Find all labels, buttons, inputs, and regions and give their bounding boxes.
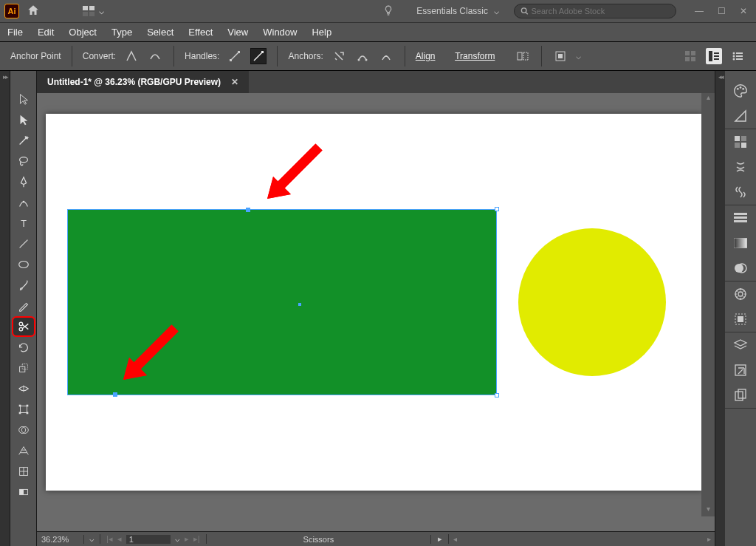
appearance-panel-icon[interactable] (730, 284, 751, 304)
magic-wand-tool[interactable] (13, 132, 34, 149)
color-panel-icon[interactable] (730, 81, 751, 100)
right-panel-toggle[interactable]: ◂◂ (715, 71, 725, 546)
artboard[interactable] (46, 114, 703, 491)
right-panels (725, 71, 756, 546)
grid-view-icon[interactable] (682, 48, 698, 64)
home-icon[interactable] (27, 4, 40, 19)
menu-select[interactable]: Select (147, 27, 173, 38)
line-tool[interactable] (13, 235, 34, 253)
green-rectangle-shape[interactable] (68, 210, 496, 395)
type-tool[interactable]: T (13, 214, 34, 232)
svg-rect-0 (83, 6, 88, 10)
chevron-down-icon[interactable]: ⌵ (576, 51, 581, 61)
swatches-panel-icon[interactable] (730, 132, 751, 151)
lasso-tool[interactable] (13, 152, 34, 170)
remove-anchor-icon[interactable] (331, 48, 347, 64)
scroll-right-icon[interactable]: ▸ (703, 535, 715, 543)
cut-path-icon[interactable] (378, 48, 394, 64)
menu-help[interactable]: Help (312, 27, 331, 38)
svg-rect-40 (26, 405, 28, 407)
first-page-icon[interactable]: |◂ (106, 534, 113, 544)
transform-panel-link[interactable]: Transform (455, 51, 495, 61)
status-menu-icon[interactable]: ▸ (431, 534, 449, 544)
workspace-switcher[interactable]: Essentials Classic ⌵ (416, 6, 499, 16)
gradient-tool[interactable] (13, 483, 34, 501)
arrange-documents-button[interactable]: ⌵ (77, 4, 110, 18)
svg-point-22 (733, 52, 735, 55)
page-dropdown-icon[interactable]: ⌵ (175, 534, 180, 544)
scroll-left-icon[interactable]: ◂ (449, 535, 461, 543)
artboards-panel-icon[interactable] (730, 386, 751, 405)
curvature-tool[interactable] (13, 194, 34, 211)
menu-object[interactable]: Object (69, 27, 97, 38)
menu-file[interactable]: File (7, 27, 23, 38)
menu-window[interactable]: Window (263, 27, 297, 38)
menu-type[interactable]: Type (111, 27, 132, 38)
svg-rect-25 (736, 55, 743, 57)
hide-handles-icon[interactable] (250, 48, 267, 64)
perspective-grid-tool[interactable] (13, 442, 34, 460)
convert-smooth-icon[interactable] (147, 48, 163, 64)
color-guide-panel-icon[interactable] (730, 106, 751, 126)
zoom-dropdown-icon[interactable]: ⌵ (84, 534, 100, 544)
svg-rect-59 (734, 220, 747, 222)
page-number[interactable]: 1 (126, 535, 171, 544)
svg-point-52 (742, 88, 744, 90)
show-handles-icon[interactable] (227, 48, 243, 64)
svg-rect-21 (714, 58, 719, 60)
rotate-tool[interactable] (13, 338, 34, 356)
left-panel-toggle[interactable]: ▸▸ (0, 71, 10, 546)
selection-tool[interactable] (13, 90, 34, 108)
direct-selection-tool[interactable] (13, 111, 34, 129)
prev-page-icon[interactable]: ◂ (117, 534, 122, 544)
mesh-tool[interactable] (13, 463, 34, 480)
convert-label: Convert: (83, 51, 116, 61)
vertical-scrollbar[interactable]: ▴ ▾ (701, 93, 715, 516)
minimize-button[interactable]: — (691, 4, 707, 18)
pencil-tool[interactable] (13, 297, 34, 315)
stroke-panel-icon[interactable] (730, 208, 751, 228)
discover-icon[interactable] (382, 4, 394, 18)
graphic-styles-panel-icon[interactable] (730, 310, 751, 329)
next-page-icon[interactable]: ▸ (185, 534, 189, 544)
menubar: File Edit Object Type Select Effect View… (0, 22, 756, 41)
search-stock-field[interactable] (514, 4, 676, 18)
document-tab[interactable]: Untitled-1* @ 36.23% (RGB/GPU Preview) ✕ (37, 71, 249, 93)
zoom-level[interactable]: 36.23% (37, 535, 84, 544)
menu-edit[interactable]: Edit (38, 27, 54, 38)
yellow-circle-shape[interactable] (518, 228, 666, 376)
maximize-button[interactable]: ☐ (713, 4, 729, 18)
brushes-panel-icon[interactable] (730, 157, 751, 177)
pen-tool[interactable] (13, 173, 34, 191)
tab-close-icon[interactable]: ✕ (231, 77, 238, 87)
free-transform-tool[interactable] (13, 400, 34, 418)
layers-panel-icon[interactable] (730, 335, 751, 355)
paintbrush-tool[interactable] (13, 276, 34, 294)
svg-rect-3 (89, 12, 94, 16)
connect-anchors-icon[interactable] (354, 48, 371, 64)
isolate-icon[interactable] (515, 48, 531, 64)
ellipse-tool[interactable] (13, 256, 34, 273)
transparency-panel-icon[interactable] (730, 259, 751, 278)
width-tool[interactable] (13, 380, 34, 397)
menu-view[interactable]: View (227, 27, 248, 38)
symbols-panel-icon[interactable] (730, 182, 751, 202)
canvas[interactable]: ▴ ▾ (37, 93, 715, 531)
scissors-tool[interactable] (13, 318, 34, 335)
shape-builder-tool[interactable] (13, 421, 34, 439)
panel-menu-icon[interactable] (706, 48, 722, 64)
align-panel-link[interactable]: Align (416, 51, 436, 61)
menu-effect[interactable]: Effect (188, 27, 213, 38)
align-to-selection-icon[interactable] (552, 48, 568, 64)
close-button[interactable]: ✕ (735, 4, 752, 18)
last-page-icon[interactable]: ▸| (193, 534, 200, 544)
gradient-panel-icon[interactable] (730, 233, 751, 253)
svg-rect-55 (735, 143, 740, 148)
search-input[interactable] (531, 7, 670, 16)
convert-corner-icon[interactable] (123, 48, 140, 64)
scroll-up-icon[interactable]: ▴ (701, 93, 715, 105)
asset-export-panel-icon[interactable] (730, 361, 751, 380)
scale-tool[interactable] (13, 359, 34, 377)
scroll-down-icon[interactable]: ▾ (701, 505, 715, 516)
list-menu-icon[interactable] (729, 48, 746, 64)
